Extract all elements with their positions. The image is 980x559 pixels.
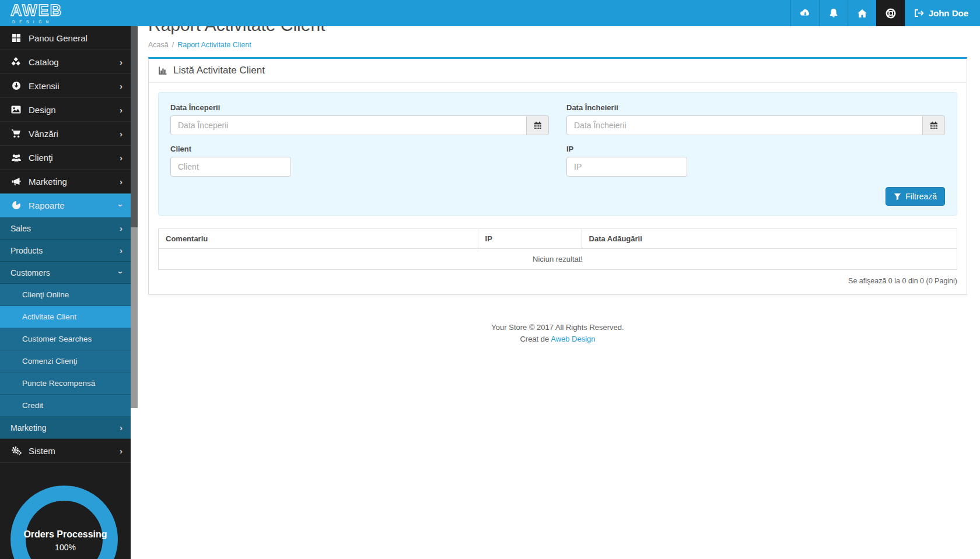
sidebar-item-extensii[interactable]: Extensii (0, 74, 131, 98)
chevron-right-icon (120, 58, 123, 66)
sidebar-item-label: Extensii (29, 81, 113, 91)
filter-button-row: Filtrează (170, 187, 945, 206)
submenu-item-label: Credit (22, 401, 123, 410)
submenu-item-label: Customers (10, 268, 120, 277)
user-name: John Doe (929, 8, 968, 18)
dashboard-icon (10, 33, 22, 43)
panel-title: Listă Activitate Client (173, 65, 265, 76)
field-client: Client (170, 145, 549, 177)
sidebar-item-marketing[interactable]: Marketing (0, 170, 131, 194)
date-end-input[interactable] (566, 115, 923, 135)
submenu-item-sales[interactable]: Sales (0, 217, 131, 240)
stats-value: 100% (0, 543, 131, 552)
submenu-item-marketing[interactable]: Marketing (0, 417, 131, 439)
topbar-actions: John Doe (790, 0, 980, 26)
report-panel: Listă Activitate Client Data Începerii (148, 57, 967, 295)
cloud-download-button[interactable] (790, 0, 819, 26)
submenu-item-customer-searches[interactable]: Customer Searches (0, 328, 131, 350)
users-icon (10, 153, 22, 162)
sidebar-item-label: Rapoarte (29, 201, 113, 210)
pagination-status: Se afişează 0 la 0 din 0 (0 Pagini) (158, 277, 957, 285)
chevron-right-icon (120, 246, 123, 255)
chevron-down-icon (117, 271, 125, 274)
chevron-down-icon (117, 204, 125, 207)
sidebar-item-label: Sistem (29, 446, 113, 456)
footer-credit-link[interactable]: Aweb Design (551, 335, 595, 343)
footer-copyright: Your Store © 2017 All Rights Reserved. (148, 322, 967, 333)
submenu-item-products[interactable]: Products (0, 240, 131, 262)
submenu-item-customers[interactable]: Customers (0, 262, 131, 284)
date-start-calendar-button[interactable] (527, 115, 549, 135)
top-bar: AWEB DESIGN (0, 0, 980, 26)
client-label: Client (170, 145, 549, 153)
sidebar-menu: Panou General Catalog Extensii Design (0, 26, 131, 463)
cubes-icon (10, 57, 22, 66)
submenu-item-label: Activitate Client (22, 312, 123, 321)
image-icon (10, 106, 22, 114)
column-ip: IP (478, 229, 582, 249)
date-start-input[interactable] (170, 115, 527, 135)
sidebar-item-rapoarte[interactable]: Rapoarte (0, 194, 131, 217)
brand-logo[interactable]: AWEB DESIGN (0, 0, 62, 26)
chevron-right-icon (120, 447, 123, 455)
home-button[interactable] (848, 0, 876, 26)
submenu-item-label: Products (10, 246, 120, 255)
submenu-item-label: Puncte Recompensă (22, 379, 123, 388)
submenu-item-label: Customer Searches (22, 335, 123, 343)
sidebar-scrollbar-thumb[interactable] (131, 227, 138, 408)
breadcrumb: Acasă/Raport Activitate Client (148, 41, 967, 49)
submenu-item-label: Marketing (10, 423, 120, 433)
support-button[interactable] (876, 0, 905, 26)
cloud-download-icon (799, 9, 810, 17)
breadcrumb-separator: / (169, 41, 177, 49)
panel-body: Data Începerii Data Încheierii (149, 83, 967, 294)
submenu-item-activitate-client[interactable]: Activitate Client (0, 306, 131, 328)
submenu-item-comenzi-clienti[interactable]: Comenzi Clienţi (0, 350, 131, 372)
user-menu[interactable]: John Doe (905, 0, 980, 26)
submenu-item-label: Sales (10, 224, 120, 233)
sidebar-item-label: Design (29, 105, 113, 115)
sidebar-item-label: Marketing (29, 177, 113, 187)
submenu-item-puncte-recompensa[interactable]: Puncte Recompensă (0, 372, 131, 395)
sidebar-item-vanzari[interactable]: Vânzări (0, 122, 131, 146)
submenu-item-clienti-online[interactable]: Clienţi Online (0, 284, 131, 306)
results-table: Comentariu IP Data Adăugării Niciun rezu… (158, 228, 957, 270)
breadcrumb-home-link[interactable]: Acasă (148, 41, 169, 49)
sidebar-item-catalog[interactable]: Catalog (0, 50, 131, 74)
chevron-right-icon (120, 153, 123, 162)
ip-label: IP (566, 145, 945, 153)
empty-result-cell: Niciun rezultat! (159, 249, 957, 270)
submenu-item-label: Comenzi Clienţi (22, 357, 123, 365)
sidebar-item-design[interactable]: Design (0, 98, 131, 122)
stats-label: Orders Processing (0, 529, 131, 540)
calendar-icon (534, 121, 542, 129)
sidebar-item-clienti[interactable]: Clienţi (0, 146, 131, 170)
chevron-right-icon (120, 106, 123, 114)
filter-button[interactable]: Filtrează (886, 187, 945, 206)
field-date-end: Data Încheierii (566, 103, 945, 135)
footer-credit-prefix: Creat de (520, 335, 549, 343)
ip-input[interactable] (566, 157, 687, 177)
home-icon (857, 9, 867, 18)
brand-subtext: DESIGN (10, 20, 62, 24)
date-start-label: Data Începerii (170, 103, 549, 112)
bullhorn-icon (10, 177, 22, 186)
client-input[interactable] (170, 157, 291, 177)
breadcrumb-current-link[interactable]: Raport Activitate Client (177, 41, 251, 49)
chevron-right-icon (120, 129, 123, 138)
sidebar-item-sistem[interactable]: Sistem (0, 439, 131, 463)
sidebar-item-panou-general[interactable]: Panou General (0, 26, 131, 50)
date-end-calendar-button[interactable] (923, 115, 945, 135)
filter-form: Data Începerii Data Încheierii (158, 92, 957, 216)
site-footer: Your Store © 2017 All Rights Reserved. C… (148, 322, 967, 344)
download-circle-icon (10, 81, 22, 90)
sidebar: Panou General Catalog Extensii Design (0, 26, 131, 559)
filter-button-label: Filtrează (905, 192, 937, 201)
submenu-item-credit[interactable]: Credit (0, 395, 131, 417)
sidebar-scrollbar[interactable] (131, 26, 138, 559)
gears-icon (10, 446, 22, 455)
logout-icon (914, 9, 924, 17)
bar-chart-icon (158, 66, 167, 75)
notifications-button[interactable] (819, 0, 848, 26)
chevron-right-icon (120, 177, 123, 186)
